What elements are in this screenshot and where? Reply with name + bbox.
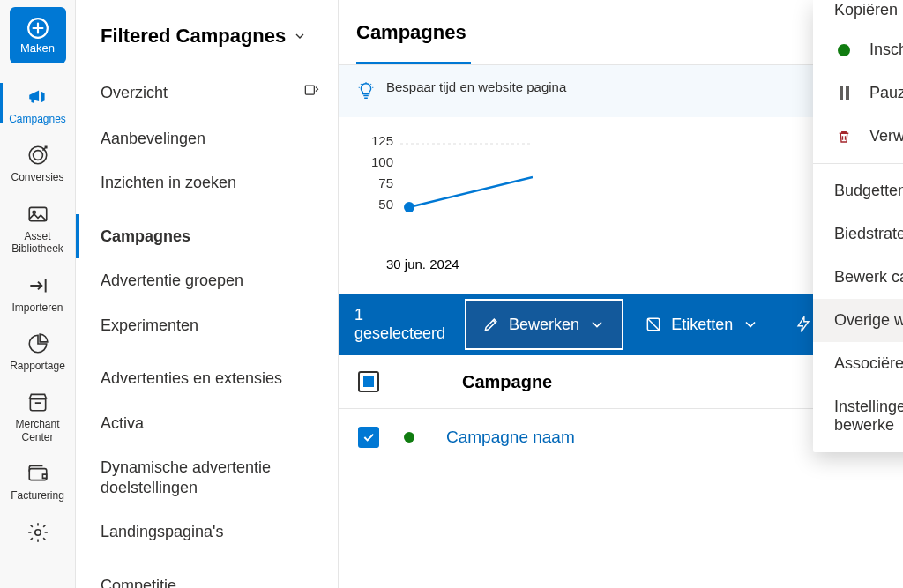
rail-label: Merchant Center — [4, 418, 72, 443]
nav-label: Advertenties en extensies — [101, 368, 282, 389]
rail-item-campagnes[interactable]: Campagnes — [0, 74, 76, 132]
status-green-icon — [834, 44, 854, 56]
x-tick: 30 jun. 2024 — [386, 257, 459, 272]
rail-label: Importeren — [11, 301, 63, 314]
row-checkbox[interactable] — [358, 427, 379, 448]
nav-label: Dynamische advertentie doelstellingen — [101, 458, 327, 497]
column-header-campaign[interactable]: Campagne — [462, 372, 552, 392]
svg-rect-7 — [305, 86, 314, 94]
nav-item-overzicht[interactable]: Overzicht — [76, 69, 327, 116]
nav-item-advertentiegroepen[interactable]: Advertentie groepen — [76, 258, 327, 303]
target-icon — [26, 143, 50, 167]
import-icon — [26, 273, 50, 298]
main-content: Campagnes Bespaar tijd en website pagina… — [339, 0, 903, 588]
nav-item-aanbevelingen[interactable]: Aanbevelingen — [76, 116, 327, 161]
rail-item-importeren[interactable]: Importeren — [0, 263, 76, 321]
rail-label: Asset Bibliotheek — [4, 230, 72, 256]
pause-icon — [834, 86, 854, 100]
nav-label: Advertentie groepen — [101, 271, 243, 291]
nav-label: Activa — [101, 413, 144, 434]
wallet-icon — [26, 461, 50, 486]
nav-label: Inzichten in zoeken — [101, 173, 236, 193]
line-chart-icon — [400, 138, 533, 218]
tag-icon — [645, 316, 662, 333]
nav-item-experimenten[interactable]: Experimenten — [76, 303, 327, 348]
expand-icon[interactable] — [302, 81, 320, 104]
menu-label: Overige wijzigingen — [834, 311, 903, 330]
y-tick: 50 — [356, 197, 393, 216]
chevron-down-icon — [742, 316, 759, 333]
trash-icon — [834, 129, 854, 145]
nav-label: Aanbevelingen — [101, 129, 205, 149]
nav-label: Campagnes — [101, 227, 190, 247]
nav-item-landingspaginas[interactable]: Landingspagina's — [76, 510, 327, 555]
rail-item-asset[interactable]: Asset Bibliotheek — [0, 191, 76, 263]
sidebar-title: Filtered Campagnes — [101, 25, 286, 48]
nav-item-dynamische[interactable]: Dynamische advertentie doelstellingen — [76, 445, 327, 510]
menu-item-budgets[interactable]: Budgetten wijzigen — [813, 169, 903, 212]
rail-label: Campagnes — [9, 113, 66, 125]
rail-label: Facturering — [11, 489, 64, 502]
menu-item-bidstrategy[interactable]: Biedstrategie — [813, 212, 903, 256]
create-label: Maken — [20, 41, 55, 55]
menu-label: Kopiëren — [834, 1, 898, 19]
rail-item-conversies[interactable]: Conversies — [0, 132, 76, 190]
y-tick: 75 — [356, 175, 393, 195]
menu-item-enable[interactable]: Inschakelen — [813, 28, 903, 71]
labels-label: Etiketten — [671, 316, 733, 334]
tip-text: Bespaar tijd en website pagina — [386, 79, 566, 94]
create-button[interactable]: Maken — [10, 7, 66, 63]
edit-button[interactable]: Bewerken — [465, 299, 623, 350]
rail-item-merchant[interactable]: Merchant Center — [0, 379, 76, 450]
selected-count: 1 geselecteerd — [339, 294, 461, 355]
chevron-down-icon — [293, 29, 307, 43]
rail-label: Rapportage — [10, 360, 65, 372]
svg-point-10 — [404, 202, 414, 212]
menu-item-associate[interactable]: Associëren met doelgroepen — [813, 342, 903, 385]
svg-point-6 — [34, 529, 41, 535]
campaign-name-link[interactable]: Campagne naam — [446, 428, 575, 447]
menu-item-copy[interactable]: Kopiëren ⌘ — [813, 0, 903, 28]
nav-label: Experimenten — [101, 316, 198, 336]
chevron-down-icon — [588, 316, 606, 333]
rail-item-facturering[interactable]: Facturering — [0, 450, 76, 509]
nav-label: Overzicht — [101, 83, 168, 103]
pie-chart-icon — [26, 331, 50, 356]
menu-item-language[interactable]: Bewerk campagne taal — [813, 256, 903, 299]
image-icon — [26, 202, 50, 227]
menu-item-auto-settings[interactable]: Instellingen voor automatisch gegenereer… — [813, 385, 903, 447]
svg-line-9 — [409, 177, 533, 207]
pencil-icon — [482, 316, 500, 333]
menu-label: Verwijderen — [869, 127, 903, 145]
left-rail: Maken Campagnes Conversies Asset Bibliot… — [0, 0, 76, 588]
menu-item-pause[interactable]: Pauze — [813, 71, 903, 115]
nav-item-competitie[interactable]: Competitie — [76, 563, 327, 589]
nav-item-activa[interactable]: Activa — [76, 401, 327, 446]
rail-item-settings[interactable] — [0, 510, 76, 555]
rail-item-rapportage[interactable]: Rapportage — [0, 321, 76, 379]
menu-label: Instellingen voor automatisch gegenereer… — [834, 398, 903, 435]
labels-button[interactable]: Etiketten — [627, 294, 777, 355]
sidebar: Filtered Campagnes Overzicht Aanbeveling… — [76, 0, 339, 588]
lightning-icon — [795, 316, 812, 333]
nav-item-inzichten[interactable]: Inzichten in zoeken — [76, 160, 327, 205]
menu-item-other-changes[interactable]: Overige wijzigingen — [813, 299, 903, 342]
menu-label: Pauze — [869, 84, 903, 102]
shop-icon — [26, 390, 50, 414]
menu-item-delete[interactable]: Verwijderen — [813, 115, 903, 158]
menu-separator — [813, 163, 903, 164]
y-tick: 125 — [356, 133, 393, 153]
gear-icon — [26, 520, 50, 545]
select-all-checkbox[interactable] — [358, 371, 379, 392]
nav-label: Landingspagina's — [101, 522, 224, 542]
menu-label: Bewerk campagne taal — [834, 268, 903, 287]
sidebar-title-dropdown[interactable]: Filtered Campagnes — [76, 0, 338, 69]
svg-point-2 — [33, 151, 42, 160]
nav-item-campagnes[interactable]: Campagnes — [76, 214, 327, 259]
menu-label: Biedstrategie — [834, 225, 903, 243]
nav-item-advertenties-extensies[interactable]: Advertenties en extensies — [76, 356, 327, 401]
edit-label: Bewerken — [509, 316, 579, 334]
nav-label: Competitie — [101, 576, 176, 589]
plus-circle-icon — [26, 17, 49, 40]
edit-context-menu: Kopiëren ⌘ Inschakelen Pauze Verwijderen… — [813, 0, 903, 452]
